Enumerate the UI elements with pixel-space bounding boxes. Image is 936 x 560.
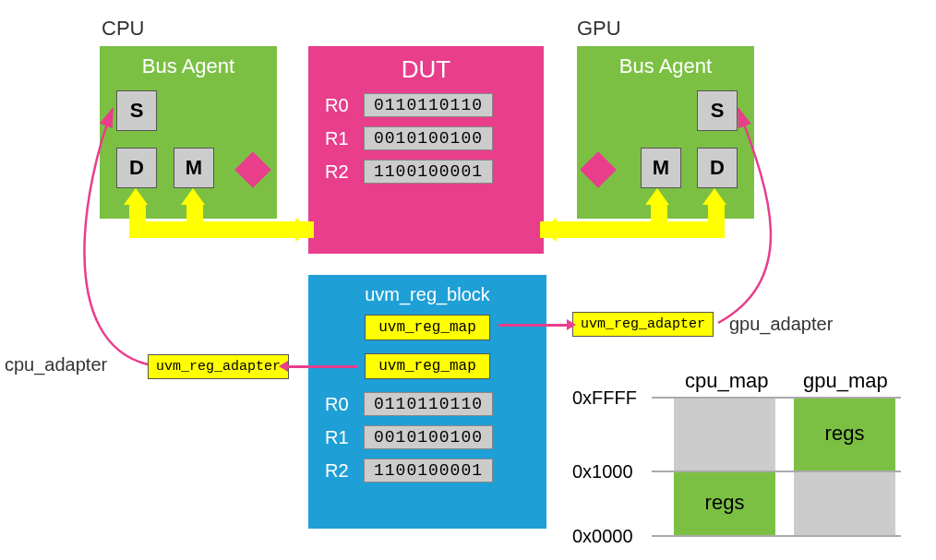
mm-gpu-regs: regs	[794, 397, 895, 471]
memory-map: cpu_map gpu_map regs regs 0xFFFF 0x1000 …	[572, 369, 923, 554]
mm-addr-top: 0xFFFF	[572, 387, 637, 409]
mm-col2-hdr: gpu_map	[803, 369, 888, 393]
mm-addr-mid: 0x1000	[572, 461, 633, 483]
mm-addr-bot: 0x0000	[572, 526, 633, 547]
mm-cpu-regs: regs	[674, 471, 775, 535]
mm-col1-hdr: cpu_map	[685, 369, 769, 393]
